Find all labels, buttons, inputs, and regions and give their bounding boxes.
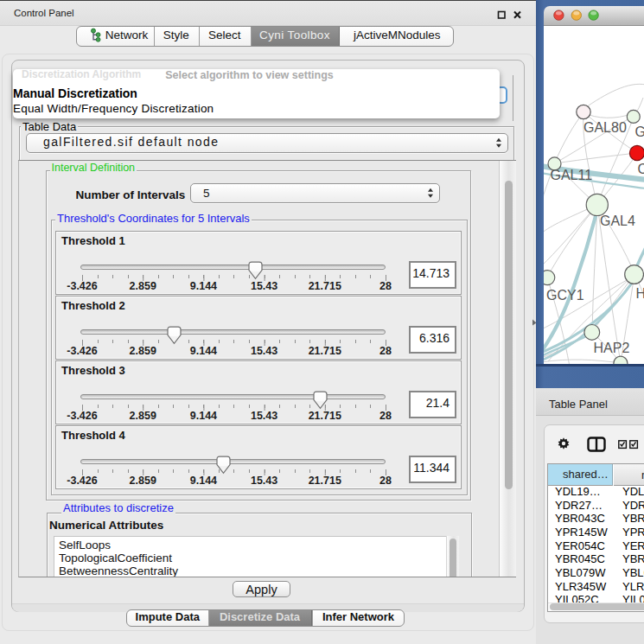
svg-text:GAL80: GAL80 bbox=[583, 120, 627, 135]
svg-text:GAL4: GAL4 bbox=[600, 214, 635, 228]
svg-text:HAP2: HAP2 bbox=[594, 341, 630, 355]
svg-text:C: C bbox=[638, 162, 644, 176]
svg-text:GA: GA bbox=[635, 124, 644, 139]
svg-text:GCY1: GCY1 bbox=[546, 288, 584, 303]
svg-text:GAL11: GAL11 bbox=[551, 168, 593, 182]
svg-text:H: H bbox=[636, 286, 644, 301]
